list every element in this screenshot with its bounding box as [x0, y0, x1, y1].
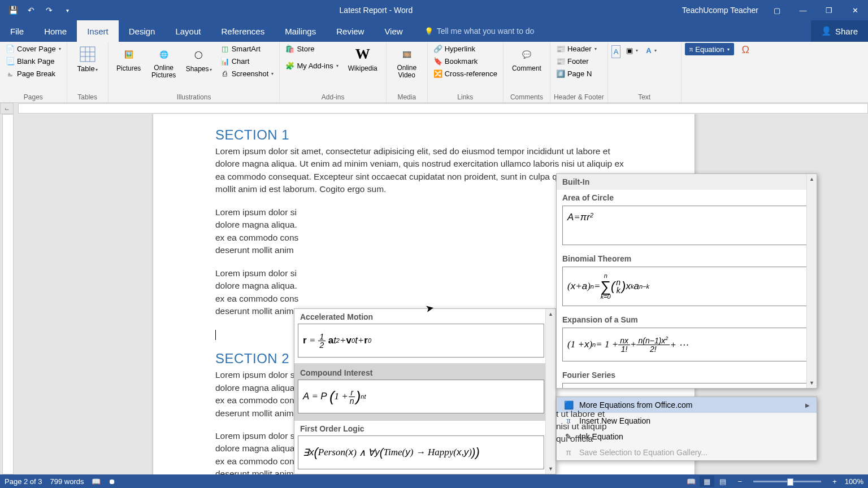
tab-insert[interactable]: Insert [77, 20, 119, 42]
read-mode-icon[interactable]: 📖 [684, 476, 698, 487]
popup-scrollbar[interactable]: ▲ ▼ [545, 309, 555, 474]
category-binomial-theorem: Binomial Theorem [557, 251, 817, 264]
user-name[interactable]: TeachUcomp Teacher [676, 6, 764, 15]
view-buttons: 📖 ▦ ▤ [684, 476, 730, 487]
web-layout-icon[interactable]: ▤ [715, 476, 730, 487]
online-pictures-button[interactable]: 🌐Online Pictures [148, 43, 180, 81]
heading-section-1: SECTION 1 [215, 127, 632, 143]
equation-binomial-theorem[interactable]: (x + a)n = n∑k=0 (nk) xkan−k [562, 267, 811, 306]
footer-button[interactable]: 📰Footer [554, 55, 599, 67]
table-button[interactable]: Table▾ [71, 43, 105, 75]
tell-me-search[interactable]: 💡 [424, 20, 561, 42]
smartart-button[interactable]: ◫SmartArt [218, 43, 276, 54]
quick-parts-button[interactable]: ▣▾ [624, 45, 640, 56]
status-proofing-icon[interactable]: 📖 [92, 477, 101, 486]
cover-page-button[interactable]: 📄Cover Page▾ [3, 43, 63, 54]
pi-icon: π [689, 45, 693, 54]
my-addins-button[interactable]: 🧩My Add-ins▾ [283, 60, 340, 71]
share-label: Share [835, 27, 858, 36]
tab-view[interactable]: View [374, 20, 413, 42]
chart-button[interactable]: 📊Chart [218, 55, 276, 67]
category-compound-interest-highlighted: Compound Interest A = P (1 + rn)nt [294, 363, 555, 421]
ruler-corner[interactable]: ⌙ [0, 103, 14, 114]
close-icon[interactable]: ✕ [842, 0, 868, 20]
zoom-in-icon[interactable]: + [832, 477, 837, 486]
group-label-symbols [685, 100, 752, 102]
ribbon-display-options-icon[interactable]: ▢ [764, 0, 790, 20]
wikipedia-button[interactable]: WWikipedia [343, 43, 383, 75]
cross-reference-icon: 🔀 [433, 69, 442, 78]
menu-save-label: Save Selection to Equation Gallery... [579, 448, 708, 457]
comment-button[interactable]: 💬Comment [507, 43, 546, 75]
page-number-button[interactable]: #️⃣Page N [554, 68, 599, 79]
store-icon: 🛍️ [285, 44, 294, 53]
status-macro-icon[interactable]: ⏺ [108, 477, 116, 486]
tab-review[interactable]: Review [326, 20, 374, 42]
symbol-icon: Ω [742, 44, 749, 56]
shapes-button[interactable]: ◯Shapes▾ [182, 43, 216, 75]
zoom-level[interactable]: 100% [845, 477, 863, 486]
tab-design[interactable]: Design [119, 20, 166, 42]
equation-expansion-of-sum[interactable]: (1 + x)n = 1 + nx1! + n(n−1)x22! + ⋯ [562, 328, 811, 361]
ruler-horizontal-area: ⌙ [0, 103, 868, 114]
group-label-pages: Pages [3, 92, 63, 102]
pictures-button[interactable]: 🖼️Pictures [112, 43, 146, 75]
ruler-vertical[interactable] [2, 114, 14, 474]
zoom-out-icon[interactable]: − [738, 477, 743, 486]
equation-fourier-series[interactable]: f(x) = a0 + ∞∑n=1 (an cos nπxL + bn sin … [562, 383, 811, 389]
wordart-button[interactable]: A▾ [644, 45, 658, 56]
blank-page-button[interactable]: 📃Blank Page [3, 55, 63, 67]
equation-area-of-circle[interactable]: A = πr2 [562, 206, 811, 245]
header-button[interactable]: 📰Header▾ [554, 43, 599, 54]
share-icon: 👤 [821, 26, 832, 36]
tab-home[interactable]: Home [34, 20, 77, 42]
popup-scrollbar-right[interactable]: ▲ ▼ [806, 174, 817, 388]
equation-accelerated-motion[interactable]: r = 12 at2 + v0t + r0 [298, 324, 544, 358]
equation-first-order-logic[interactable]: ∃x (Person(x) ∧ ∀y(Time(y) → Happy(x,y))… [298, 435, 544, 469]
cross-reference-button[interactable]: 🔀Cross-reference [431, 68, 500, 79]
symbol-button[interactable]: Ω [736, 43, 752, 57]
hyperlink-button[interactable]: 🔗Hyperlink [431, 43, 500, 54]
blank-page-icon: 📃 [6, 56, 15, 66]
undo-icon[interactable]: ↶ [23, 2, 40, 19]
ribbon-group-tables: Table▾ Tables [67, 42, 108, 102]
tab-references[interactable]: References [211, 20, 275, 42]
scroll-up-icon[interactable]: ▲ [807, 174, 817, 184]
group-label-addins: Add-ins [283, 92, 382, 102]
online-video-button[interactable]: 🎞️Online Video [390, 43, 424, 81]
group-label-links: Links [431, 92, 500, 102]
save-icon[interactable]: 💾 [5, 2, 21, 19]
scroll-up-icon[interactable]: ▲ [546, 309, 555, 319]
tab-file[interactable]: File [0, 20, 34, 42]
tab-mailings[interactable]: Mailings [275, 20, 326, 42]
share-button[interactable]: 👤 Share [811, 20, 868, 42]
status-page[interactable]: Page 2 of 3 [5, 477, 42, 486]
zoom-slider[interactable] [753, 481, 821, 482]
hyperlink-icon: 🔗 [433, 44, 442, 53]
tell-me-input[interactable] [437, 27, 561, 36]
page-break-button[interactable]: ⎁Page Break [3, 68, 63, 79]
equation-compound-interest[interactable]: A = P (1 + rn)nt [298, 380, 544, 413]
heading-built-in: Built-In [557, 174, 817, 190]
minimize-icon[interactable]: — [790, 0, 816, 20]
screenshot-button[interactable]: ⎙Screenshot▾ [218, 68, 276, 79]
redo-icon[interactable]: ↷ [41, 2, 58, 19]
status-words[interactable]: 799 words [50, 477, 84, 486]
bookmark-button[interactable]: 🔖Bookmark [431, 55, 500, 67]
text-box-button[interactable]: A [611, 45, 621, 58]
qat-customize-icon[interactable]: ▾ [59, 2, 76, 19]
tab-layout[interactable]: Layout [165, 20, 211, 42]
equation-gallery-builtin-popup: ▲ ▼ Built-In Area of Circle A = πr2 Bino… [556, 173, 817, 389]
online-pictures-icon: 🌐 [155, 45, 173, 63]
quick-parts-icon: ▣ [626, 46, 633, 55]
text-cursor [215, 330, 216, 340]
scroll-down-icon[interactable]: ▼ [807, 378, 817, 388]
scroll-down-icon[interactable]: ▼ [546, 464, 555, 474]
ruler-horizontal[interactable] [18, 103, 868, 114]
group-label-text: Text [611, 92, 678, 102]
maximize-icon[interactable]: ❐ [816, 0, 842, 20]
equation-button[interactable]: π Equation ▾ [685, 43, 734, 55]
print-layout-icon[interactable]: ▦ [700, 476, 714, 487]
my-addins-icon: 🧩 [285, 61, 294, 70]
store-button[interactable]: 🛍️Store [283, 43, 340, 54]
